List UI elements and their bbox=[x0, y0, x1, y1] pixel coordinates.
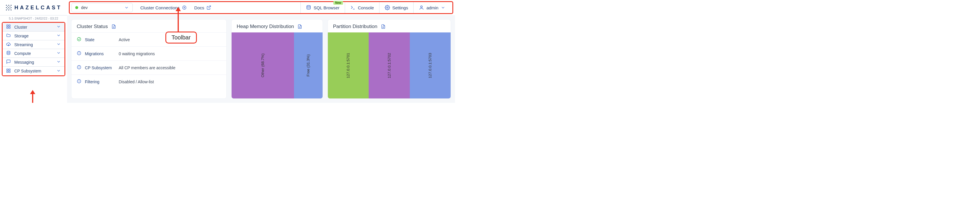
svg-rect-27 bbox=[9, 69, 10, 71]
svg-rect-26 bbox=[7, 69, 8, 71]
user-menu[interactable]: admin bbox=[413, 2, 450, 13]
svg-point-17 bbox=[307, 6, 310, 7]
cluster-connections-label: Cluster Connections bbox=[140, 5, 180, 10]
chevron-down-icon bbox=[124, 5, 129, 10]
svg-point-7 bbox=[8, 10, 9, 10]
svg-line-16 bbox=[208, 6, 211, 8]
chart-segment[interactable]: 127.0.0.1:5703 bbox=[410, 32, 450, 98]
sidebar-item-label: Messaging bbox=[14, 60, 53, 64]
svg-point-25 bbox=[7, 51, 10, 52]
chart-segment-label: Free (31.3%) bbox=[306, 55, 310, 77]
status-value: 0 waiting migrations bbox=[119, 51, 155, 56]
sidebar-item-label: Streaming bbox=[14, 42, 53, 47]
cloud-icon bbox=[6, 42, 11, 47]
logo-text: HAZELCAST bbox=[14, 5, 62, 11]
status-dot-icon bbox=[75, 6, 78, 9]
document-icon[interactable] bbox=[381, 24, 386, 29]
sidebar-item-label: Storage bbox=[14, 34, 53, 38]
sidebar-item-messaging[interactable]: Messaging bbox=[3, 58, 64, 67]
annotation-arrowhead-icon bbox=[30, 90, 35, 94]
status-value: Disabled / Allow-list bbox=[119, 79, 154, 84]
svg-rect-21 bbox=[7, 25, 8, 26]
document-icon[interactable] bbox=[298, 24, 302, 29]
chart-segment[interactable]: Other (68.7%) bbox=[232, 32, 294, 98]
status-value: All CP members are accessible bbox=[119, 66, 175, 70]
docs-link[interactable]: Docs bbox=[194, 5, 211, 10]
external-link-icon bbox=[207, 5, 211, 10]
status-value: Active bbox=[119, 37, 130, 42]
chart-segment[interactable]: 127.0.0.1:5701 bbox=[328, 32, 369, 98]
database-icon bbox=[306, 5, 311, 10]
card-partition-distribution: Partition Distribution 127.0.0.1:5701127… bbox=[328, 19, 451, 99]
svg-point-10 bbox=[10, 6, 10, 7]
info-circle-icon bbox=[77, 51, 81, 56]
annotation-arrowhead-icon bbox=[176, 7, 181, 11]
partition-chart: 127.0.0.1:5701127.0.0.1:5702127.0.0.1:57… bbox=[328, 32, 450, 98]
callout-toolbar: Toolbar bbox=[165, 32, 197, 43]
svg-point-38 bbox=[79, 66, 80, 67]
card-title: Cluster Status bbox=[77, 24, 108, 29]
cluster-selected-name: dev bbox=[81, 5, 88, 10]
svg-point-12 bbox=[10, 8, 10, 9]
svg-point-19 bbox=[387, 7, 388, 8]
svg-rect-22 bbox=[9, 25, 10, 26]
svg-point-2 bbox=[11, 5, 11, 6]
chart-segment[interactable]: Free (31.3%) bbox=[294, 32, 323, 98]
gear-icon bbox=[385, 5, 390, 10]
chart-segment-label: Other (68.7%) bbox=[261, 53, 265, 77]
version-line: 5.1-SNAPSHOT - 24/02/22 - 03:22 bbox=[0, 15, 67, 22]
svg-point-41 bbox=[79, 80, 80, 81]
svg-point-32 bbox=[77, 37, 81, 41]
sql-browser-button[interactable]: SQL Browser New bbox=[301, 2, 345, 13]
chevron-down-icon bbox=[56, 33, 61, 39]
sidebar-menu: ClusterStorageStreamingComputeMessagingC… bbox=[2, 22, 65, 76]
info-circle-icon bbox=[77, 65, 81, 71]
status-key: Migrations bbox=[85, 51, 104, 56]
svg-point-3 bbox=[6, 7, 7, 8]
chevron-down-icon bbox=[56, 68, 61, 74]
chart-segment-label: 127.0.0.1:5702 bbox=[387, 53, 391, 78]
svg-point-8 bbox=[11, 10, 11, 10]
svg-point-1 bbox=[8, 5, 9, 6]
card-title: Heap Memory Distribution bbox=[237, 24, 294, 29]
status-row: Migrations0 waiting migrations bbox=[72, 47, 226, 61]
terminal-icon bbox=[350, 5, 356, 10]
svg-rect-28 bbox=[7, 71, 8, 72]
svg-point-6 bbox=[6, 10, 7, 10]
sidebar-item-storage[interactable]: Storage bbox=[3, 32, 64, 40]
grid-icon bbox=[6, 24, 11, 30]
hazelcast-logo-icon bbox=[5, 4, 12, 11]
console-button[interactable]: Console bbox=[345, 2, 379, 13]
sidebar-item-label: Cluster bbox=[14, 25, 53, 29]
sidebar-item-compute[interactable]: Compute bbox=[3, 49, 64, 58]
chevron-down-icon bbox=[56, 51, 61, 56]
user-icon bbox=[419, 5, 424, 10]
chart-segment-label: 127.0.0.1:5703 bbox=[428, 53, 432, 78]
status-row: CP SubsystemAll CP members are accessibl… bbox=[72, 61, 226, 74]
svg-point-4 bbox=[8, 7, 9, 8]
sidebar-item-cp-subsystem[interactable]: CP Subsystem bbox=[3, 67, 64, 75]
card-title: Partition Distribution bbox=[333, 24, 377, 29]
sql-browser-label: SQL Browser bbox=[313, 5, 339, 10]
chart-segment-label: 127.0.0.1:5701 bbox=[346, 53, 350, 78]
console-label: Console bbox=[358, 5, 374, 10]
chevron-down-icon bbox=[56, 42, 61, 47]
chart-segment[interactable]: 127.0.0.1:5702 bbox=[369, 32, 409, 98]
document-icon[interactable] bbox=[111, 24, 116, 29]
docs-label: Docs bbox=[194, 5, 204, 10]
status-key: Filtering bbox=[85, 79, 99, 84]
settings-button[interactable]: Settings bbox=[379, 2, 413, 13]
sidebar-item-cluster[interactable]: Cluster bbox=[3, 23, 64, 32]
svg-point-35 bbox=[79, 52, 80, 53]
toolbar: dev Cluster Connections Docs SQL Browser… bbox=[69, 1, 453, 14]
info-circle-icon bbox=[77, 79, 81, 84]
card-heap-distribution: Heap Memory Distribution Other (68.7%)Fr… bbox=[231, 19, 323, 99]
folder-icon bbox=[6, 33, 11, 39]
annotation-arrow bbox=[178, 10, 179, 32]
cluster-selector[interactable]: dev bbox=[72, 3, 133, 12]
svg-point-9 bbox=[7, 6, 8, 7]
sidebar-item-streaming[interactable]: Streaming bbox=[3, 40, 64, 49]
chevron-down-icon bbox=[56, 24, 61, 30]
chat-icon bbox=[6, 59, 11, 65]
check-circle-icon bbox=[77, 37, 81, 42]
